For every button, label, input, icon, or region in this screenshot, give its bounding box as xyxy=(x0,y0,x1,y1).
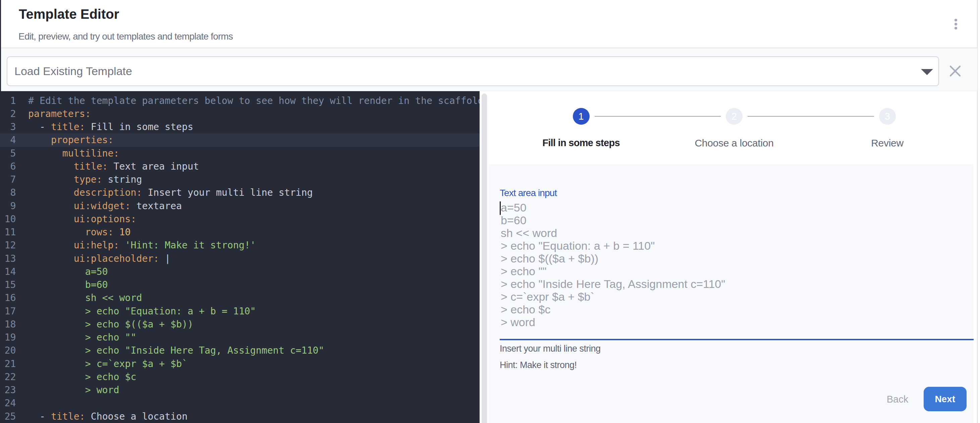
line-number: 3 xyxy=(0,120,16,133)
line-number: 8 xyxy=(0,186,16,199)
code-line: 10 ui:options: xyxy=(0,212,480,226)
kebab-menu-icon xyxy=(955,23,957,25)
stepper-connector xyxy=(748,116,874,117)
placeholder-line: > echo "Equation: a + b = 110" xyxy=(501,239,725,252)
line-number: 14 xyxy=(0,265,16,278)
line-number: 19 xyxy=(0,331,16,344)
split-resize-handle[interactable] xyxy=(482,93,487,423)
line-number: 10 xyxy=(0,212,16,226)
code-line: 16 sh << word xyxy=(0,291,480,304)
more-options-button[interactable] xyxy=(948,16,964,33)
code-line: 5 multiline: xyxy=(0,147,480,160)
placeholder-line: a=50 xyxy=(501,201,725,214)
line-number: 7 xyxy=(0,173,16,186)
page-subtitle: Edit, preview, and try out templates and… xyxy=(18,31,233,42)
page-title: Template Editor xyxy=(19,6,119,22)
code-line: 12 ui:help: 'Hint: Make it strong!' xyxy=(0,239,480,252)
line-number: 2 xyxy=(0,107,16,120)
load-existing-template-select[interactable]: Load Existing Template xyxy=(7,56,939,86)
line-number: 4 xyxy=(0,133,16,146)
stepper-connector xyxy=(595,116,721,117)
code-line: 24 xyxy=(0,396,480,410)
code-line: 19 > echo "" xyxy=(0,331,480,344)
code-text: > echo "Inside Here Tag, Assignment c=11… xyxy=(16,345,324,356)
code-line: 13 ui:placeholder: | xyxy=(0,252,480,265)
code-line: 15 b=60 xyxy=(0,278,480,291)
step-label: Review xyxy=(817,138,958,149)
line-number: 1 xyxy=(0,94,16,107)
yaml-code-editor[interactable]: 1# Edit the template parameters below to… xyxy=(0,91,480,423)
code-text: parameters: xyxy=(16,108,91,119)
code-text: > echo $(($a + $b)) xyxy=(16,319,194,330)
line-number: 25 xyxy=(0,410,16,423)
code-text: b=60 xyxy=(16,279,108,290)
code-line: 8 description: Insert your multi line st… xyxy=(0,186,480,199)
line-number: 18 xyxy=(0,318,16,331)
code-text: title: Text area input xyxy=(16,161,199,172)
field-help: Hint: Make it strong! xyxy=(500,360,577,371)
code-text: type: string xyxy=(16,174,142,185)
code-line: 14 a=50 xyxy=(0,265,480,278)
line-number: 21 xyxy=(0,357,16,371)
code-text: ui:widget: textarea xyxy=(16,200,182,211)
code-text: # Edit the template parameters below to … xyxy=(16,95,480,106)
code-text: > echo $c xyxy=(16,371,137,382)
code-text: properties: xyxy=(16,135,114,146)
line-number: 11 xyxy=(0,226,16,239)
code-text: description: Insert your multi line stri… xyxy=(16,187,313,198)
line-number: 15 xyxy=(0,278,16,291)
next-button[interactable]: Next xyxy=(924,387,967,411)
placeholder-line: sh << word xyxy=(501,227,725,239)
line-number: 20 xyxy=(0,344,16,357)
template-editor-page: Template Editor Edit, preview, and try o… xyxy=(0,0,980,423)
code-line: 2parameters: xyxy=(0,107,480,120)
placeholder-line: > echo $c xyxy=(501,303,725,316)
placeholder-line: > word xyxy=(501,316,725,328)
code-line: 23 > word xyxy=(0,383,480,396)
code-line: 3 - title: Fill in some steps xyxy=(0,120,480,133)
code-line: 11 rows: 10 xyxy=(0,226,480,239)
textarea-focus-underline xyxy=(500,339,974,340)
step-icon-1: 1 xyxy=(573,108,590,125)
code-text: - title: Choose a location xyxy=(16,411,188,422)
line-number: 24 xyxy=(0,396,16,410)
placeholder-line: > echo "" xyxy=(501,265,725,277)
code-line: 22 > echo $c xyxy=(0,371,480,383)
line-number: 5 xyxy=(0,147,16,160)
placeholder-line: > echo "Inside Here Tag, Assignment c=11… xyxy=(501,277,725,290)
code-text: rows: 10 xyxy=(16,227,131,238)
clear-selection-button[interactable] xyxy=(947,63,963,79)
line-number: 16 xyxy=(0,291,16,304)
code-text: - title: Fill in some steps xyxy=(16,121,194,132)
dropdown-arrow-icon[interactable] xyxy=(921,69,933,75)
placeholder-line: b=60 xyxy=(501,214,725,227)
code-line: 7 type: string xyxy=(0,173,480,186)
code-line: 6 title: Text area input xyxy=(0,160,480,173)
code-text: > echo "" xyxy=(16,332,137,343)
code-line: 20 > echo "Inside Here Tag, Assignment c… xyxy=(0,344,480,357)
line-number: 12 xyxy=(0,239,16,252)
code-line: 25 - title: Choose a location xyxy=(0,410,480,423)
back-button[interactable]: Back xyxy=(879,390,916,408)
code-line: 9 ui:widget: textarea xyxy=(0,200,480,212)
code-text: > word xyxy=(16,385,119,396)
code-text: ui:options: xyxy=(16,214,137,225)
line-number: 23 xyxy=(0,383,16,396)
step-label: Choose a location xyxy=(664,138,805,149)
step-label: Fill in some steps xyxy=(511,138,652,149)
code-line: 18 > echo $(($a + $b)) xyxy=(0,318,480,331)
code-line: 21 > c=`expr $a + $b` xyxy=(0,357,480,371)
placeholder-line: > c=`expr $a + $b` xyxy=(501,290,725,303)
close-icon xyxy=(947,63,963,79)
code-text: > echo "Equation: a + b = 110" xyxy=(16,306,256,317)
line-number: 9 xyxy=(0,200,16,212)
code-text: > c=`expr $a + $b` xyxy=(16,358,188,369)
step-icon-3: 3 xyxy=(879,108,896,125)
line-number: 13 xyxy=(0,252,16,265)
load-template-section: Load Existing Template xyxy=(1,48,977,91)
multiline-textarea[interactable]: a=50b=60sh << word> echo "Equation: a + … xyxy=(501,201,725,328)
code-line: 1# Edit the template parameters below to… xyxy=(0,94,480,107)
code-text: a=50 xyxy=(16,266,108,277)
line-number: 6 xyxy=(0,160,16,173)
textarea-label: Text area input xyxy=(500,188,557,198)
